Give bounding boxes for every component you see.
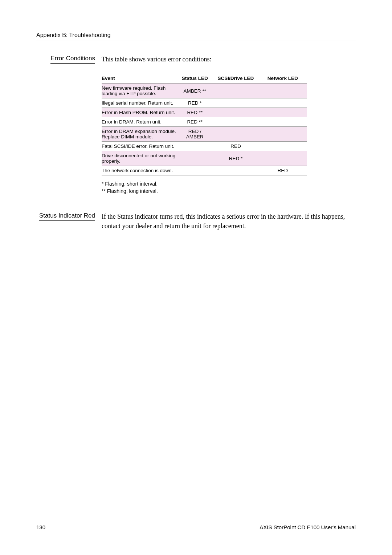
cell-network-led (262, 127, 307, 142)
cell-network-led (262, 151, 307, 166)
cell-network-led: RED (262, 166, 307, 175)
th-scsi: SCSI/Drive LED (213, 73, 262, 84)
cell-status-led: AMBER ** (180, 84, 213, 98)
cell-network-led (262, 142, 307, 151)
cell-status-led (180, 166, 213, 175)
cell-event: New firmware required. Flash loading via… (102, 84, 180, 98)
cell-status-led: RED ** (180, 117, 213, 127)
cell-network-led (262, 98, 307, 108)
cell-scsi-led: RED * (213, 151, 262, 166)
table-row: Error in DRAM expansion module. Replace … (102, 127, 307, 142)
section-heading-col: Status Indicator Red (36, 212, 102, 230)
cell-status-led (180, 151, 213, 166)
cell-network-led (262, 84, 307, 98)
cell-event: The network connection is down. (102, 166, 180, 175)
table-row: Drive disconnected or not working proper… (102, 151, 307, 166)
section-body-col: This table shows various error condition… (102, 55, 356, 195)
table-row: Error in Flash PROM. Return unit.RED ** (102, 108, 307, 117)
section-status-red: Status Indicator Red If the Status indic… (36, 212, 356, 230)
cell-scsi-led (213, 84, 262, 98)
cell-event: Error in DRAM expansion module. Replace … (102, 127, 180, 142)
cell-scsi-led: RED (213, 142, 262, 151)
table-row: New firmware required. Flash loading via… (102, 84, 307, 98)
legend-line-2: ** Flashing, long interval. (102, 188, 356, 195)
section-heading-col: Error Conditions (36, 55, 102, 195)
status-red-body: If the Status indicator turns red, this … (102, 212, 356, 230)
cell-event: Error in DRAM. Return unit. (102, 117, 180, 127)
section-body-col: If the Status indicator turns red, this … (102, 212, 356, 230)
table-row: Fatal SCSI/IDE error. Return unit.RED (102, 142, 307, 151)
page-number: 130 (36, 524, 45, 530)
cell-status-led: RED * (180, 98, 213, 108)
table-row: The network connection is down.RED (102, 166, 307, 175)
error-table-container: Event Status LED SCSI/Drive LED Network … (102, 73, 356, 195)
cell-scsi-led (213, 98, 262, 108)
table-row: Illegal serial number. Return unit.RED * (102, 98, 307, 108)
page-header: Appendix B: Troubleshooting (36, 32, 356, 41)
cell-scsi-led (213, 166, 262, 175)
page-container: Appendix B: Troubleshooting Error Condit… (0, 0, 392, 555)
section-error-conditions: Error Conditions This table shows variou… (36, 55, 356, 195)
cell-event: Drive disconnected or not working proper… (102, 151, 180, 166)
footer-title: AXIS StorPoint CD E100 User's Manual (260, 524, 356, 530)
cell-status-led: RED ** (180, 108, 213, 117)
header-title: Appendix B: Troubleshooting (36, 32, 111, 38)
cell-event: Error in Flash PROM. Return unit. (102, 108, 180, 117)
error-conditions-table: Event Status LED SCSI/Drive LED Network … (102, 73, 307, 175)
cell-network-led (262, 108, 307, 117)
th-status: Status LED (180, 73, 213, 84)
cell-status-led: RED / AMBER (180, 127, 213, 142)
cell-event: Fatal SCSI/IDE error. Return unit. (102, 142, 180, 151)
th-event: Event (102, 73, 180, 84)
legend-line-1: * Flashing, short interval. (102, 181, 356, 188)
table-legend: * Flashing, short interval. ** Flashing,… (102, 181, 356, 195)
table-row: Error in DRAM. Return unit.RED ** (102, 117, 307, 127)
cell-scsi-led (213, 127, 262, 142)
cell-scsi-led (213, 108, 262, 117)
cell-network-led (262, 117, 307, 127)
section-intro: This table shows various error condition… (102, 55, 356, 64)
cell-status-led (180, 142, 213, 151)
th-network: Network LED (262, 73, 307, 84)
cell-event: Illegal serial number. Return unit. (102, 98, 180, 108)
section-heading-error: Error Conditions (50, 55, 95, 64)
section-heading-status-red: Status Indicator Red (39, 212, 95, 221)
cell-scsi-led (213, 117, 262, 127)
page-footer: 130 AXIS StorPoint CD E100 User's Manual (36, 521, 356, 530)
